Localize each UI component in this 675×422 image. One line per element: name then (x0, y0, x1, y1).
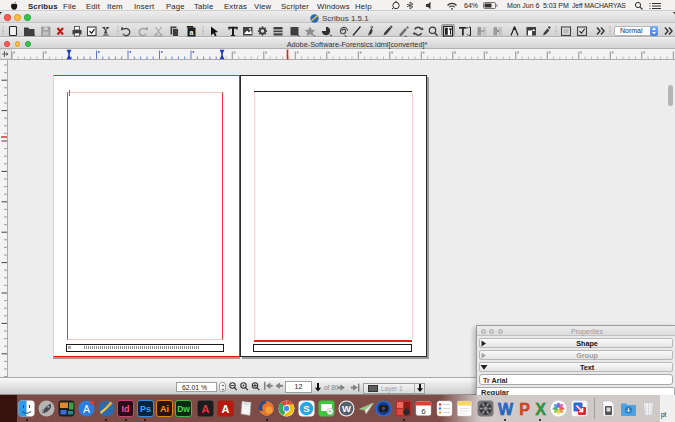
svg-text:6: 6 (421, 407, 426, 416)
svg-text:A: A (221, 403, 229, 415)
svg-text:S: S (303, 403, 309, 414)
svg-text:X: X (535, 401, 546, 418)
svg-text:A: A (82, 403, 89, 415)
svg-text:W: W (497, 401, 513, 418)
svg-text:P: P (519, 401, 530, 418)
svg-text:Dw: Dw (177, 404, 190, 414)
svg-text:W: W (342, 403, 351, 414)
svg-text:Id: Id (122, 404, 130, 414)
svg-text:a: a (190, 29, 194, 36)
svg-text:Ai: Ai (160, 404, 169, 414)
svg-text:A: A (201, 403, 209, 415)
svg-text:Ps: Ps (139, 404, 150, 414)
